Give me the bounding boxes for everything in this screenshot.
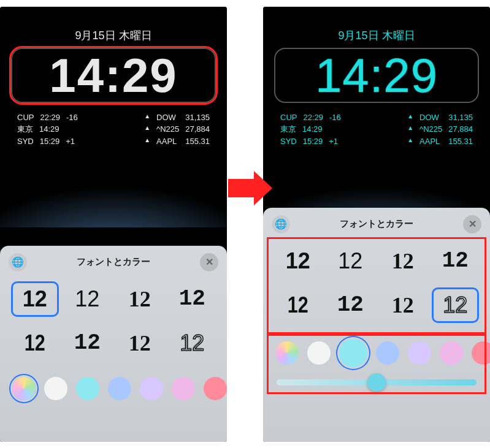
font-option-4[interactable]: 12 [169, 281, 216, 317]
font-option-1[interactable]: 12 [274, 243, 322, 279]
stocks-widget[interactable]: CUP22:29-16 東京14:29 SYD15:29+1 ▲DOW31,13… [263, 103, 490, 148]
slider-thumb[interactable] [367, 373, 386, 392]
color-swatch-white[interactable] [44, 377, 67, 400]
color-swatch-pink[interactable] [172, 377, 195, 400]
font-option-8[interactable]: 12 [432, 287, 480, 323]
phone-right: 9月15日 木曜日 14:29 CUP22:29-16 東京14:29 SYD1… [263, 7, 490, 442]
color-row [263, 334, 490, 373]
font-option-3[interactable]: 12 [116, 281, 164, 317]
color-swatch-multi[interactable] [275, 341, 299, 365]
panel-title: フォントとカラー [340, 218, 413, 230]
font-option-1[interactable]: 12 [11, 281, 59, 317]
clock-widget[interactable]: 14:29 [274, 48, 479, 103]
lockscreen-area: 9月15日 木曜日 14:29 CUP22:29-16 東京14:29 SYD1… [263, 7, 490, 227]
font-option-2[interactable]: 12 [327, 243, 375, 279]
color-swatch-pink[interactable] [440, 341, 463, 365]
stocks-left-col: CUP22:29-16 東京14:29 SYD15:29+1 [280, 112, 341, 148]
color-swatch-purple[interactable] [140, 377, 163, 400]
panel-title: フォントとカラー [77, 256, 150, 268]
color-swatch-white[interactable] [307, 341, 331, 365]
font-option-3[interactable]: 12 [379, 243, 427, 279]
stocks-widget[interactable]: CUP22:29-16 東京14:29 SYD15:29+1 ▲DOW31,13… [0, 103, 227, 148]
font-option-6[interactable]: 12 [64, 325, 112, 361]
font-color-panel: 🌐 フォントとカラー ✕ 12 12 12 12 12 12 12 12 [0, 246, 227, 442]
stocks-right-col: ▲DOW31,135 ▲^N22527,884 ▲AAPL155.31 [144, 112, 210, 148]
color-swatch-cyan[interactable] [76, 377, 99, 400]
stocks-left-col: CUP22:29-16 東京14:29 SYD15:29+1 [17, 112, 78, 148]
color-slider[interactable] [263, 373, 490, 398]
font-option-7[interactable]: 12 [116, 325, 164, 361]
font-option-5[interactable]: 12 [278, 287, 318, 323]
phone-left: 9月15日 木曜日 14:29 CUP22:29-16 東京14:29 SYD1… [0, 7, 227, 442]
color-row [0, 372, 227, 411]
font-option-5[interactable]: 12 [15, 325, 55, 361]
color-swatch-red[interactable] [204, 377, 227, 400]
date-label: 9月15日 木曜日 [263, 7, 490, 43]
color-swatch-blue[interactable] [376, 341, 399, 365]
globe-icon[interactable]: 🌐 [272, 215, 290, 233]
color-swatch-purple[interactable] [408, 341, 431, 365]
close-icon[interactable]: ✕ [200, 253, 218, 271]
color-swatch-red[interactable] [472, 341, 490, 365]
color-swatch-multi[interactable] [12, 377, 36, 400]
color-swatch-cyan[interactable] [339, 339, 367, 367]
lockscreen-area: 9月15日 木曜日 14:29 CUP22:29-16 東京14:29 SYD1… [0, 7, 227, 227]
clock-time: 14:29 [12, 51, 215, 99]
date-label: 9月15日 木曜日 [0, 7, 227, 43]
font-grid: 12 12 12 12 12 12 12 12 [0, 276, 227, 372]
color-swatch-blue[interactable] [108, 377, 131, 400]
font-option-8[interactable]: 12 [169, 325, 216, 361]
font-option-6[interactable]: 12 [327, 287, 375, 323]
clock-time: 14:29 [275, 51, 478, 99]
font-option-4[interactable]: 12 [432, 243, 480, 279]
clock-widget[interactable]: 14:29 [11, 48, 216, 103]
globe-icon[interactable]: 🌐 [9, 253, 27, 271]
close-icon[interactable]: ✕ [463, 215, 481, 233]
font-option-2[interactable]: 12 [64, 281, 112, 317]
font-color-panel: 🌐 フォントとカラー ✕ 12 12 12 12 12 12 12 12 [263, 208, 490, 442]
stocks-right-col: ▲DOW31,135 ▲^N22527,884 ▲AAPL155.31 [407, 112, 473, 148]
font-option-7[interactable]: 12 [379, 287, 427, 323]
font-grid: 12 12 12 12 12 12 12 12 [263, 238, 490, 334]
